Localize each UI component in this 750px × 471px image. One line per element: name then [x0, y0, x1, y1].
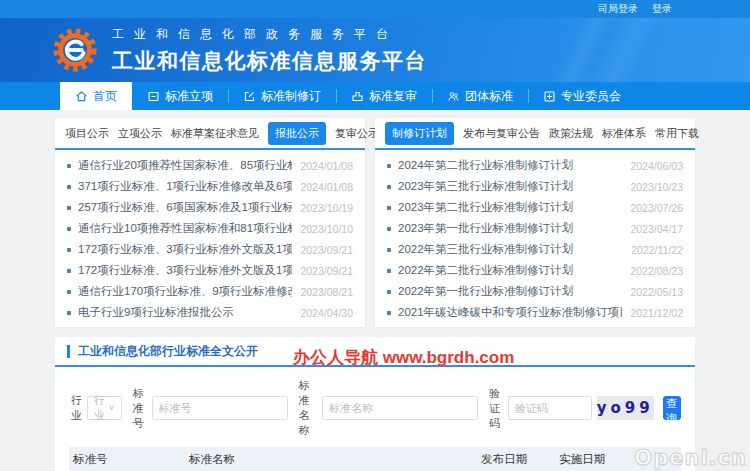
captcha-input[interactable] — [508, 396, 592, 420]
item-title: 2021年碳达峰碳中和专项行业标准制修订项目计划 — [398, 305, 622, 320]
announcement-panels: 项目公示 立项公示 标准草案征求意见 报批公示 复审公示 通信行业20项推荐性国… — [0, 110, 750, 327]
list-item[interactable]: 2021年碳达峰碳中和专项行业标准制修订项目计划2021/12/02 — [387, 302, 683, 323]
tab-review-publicity[interactable]: 复审公示 — [335, 126, 379, 141]
item-title: 2022年第二批行业标准制修订计划 — [398, 263, 622, 278]
topbar: 司局登录 登录 — [0, 0, 750, 18]
captcha-image[interactable]: yo99 — [597, 396, 654, 420]
list-item[interactable]: 通信行业20项推荐性国家标准、85项行业标准和2项...2024/01/08 — [67, 155, 353, 176]
item-date: 2024/06/03 — [630, 160, 683, 172]
item-date: 2024/04/30 — [300, 307, 353, 319]
nav-label: 专业委员会 — [561, 88, 621, 105]
item-title: 2022年第三批行业标准制修订计划 — [398, 242, 623, 257]
item-date: 2023/10/19 — [300, 202, 353, 214]
list-item[interactable]: 172项行业标准、3项行业标准外文版及1项行业标准...2023/09/21 — [67, 239, 353, 260]
stamp-icon — [351, 90, 364, 103]
right-panel-tabs: 制修订计划 发布与复审公告 政策法规 标准体系 常用下载 — [375, 118, 695, 150]
section-title: 工业和信息化部行业标准全文公开 — [78, 343, 258, 360]
list-item[interactable]: 2023年第二批行业标准制修订计划2023/07/26 — [387, 197, 683, 218]
nav-item-review[interactable]: 标准复审 — [336, 82, 432, 110]
document-icon — [147, 90, 160, 103]
accent-bar — [67, 345, 70, 358]
list-item[interactable]: 2022年第三批行业标准制修订计划2022/11/22 — [387, 239, 683, 260]
item-title: 2022年第一批行业标准制修订计划 — [398, 284, 622, 299]
right-panel-list: 2024年第二批行业标准制修订计划2024/06/03 2023年第三批行业标准… — [375, 150, 695, 327]
item-date: 2023/04/17 — [630, 223, 683, 235]
tab-publish-review-notice[interactable]: 发布与复审公告 — [463, 126, 540, 141]
bullet-icon — [387, 185, 391, 189]
col-actions — [637, 447, 681, 471]
main-nav: 首页 标准立项 标准制修订 标准复审 团体标准 专业委员会 — [0, 82, 750, 110]
nav-item-home[interactable]: 首页 — [60, 82, 132, 110]
bullet-icon — [67, 311, 71, 315]
list-item[interactable]: 172项行业标准、3项行业标准外文版及1项行业标准...2023/09/21 — [67, 260, 353, 281]
bullet-icon — [67, 227, 71, 231]
list-item[interactable]: 371项行业标准、1项行业标准修改单及6项行业标准...2024/01/08 — [67, 176, 353, 197]
login-link[interactable]: 登录 — [652, 2, 672, 16]
item-title: 172项行业标准、3项行业标准外文版及1项行业标准... — [78, 242, 292, 257]
dept-login-link[interactable]: 司局登录 — [598, 2, 638, 16]
search-button[interactable]: 查询 — [663, 396, 681, 420]
item-date: 2023/09/21 — [300, 244, 353, 256]
item-date: 2024/01/08 — [300, 181, 353, 193]
item-title: 2024年第二批行业标准制修订计划 — [398, 158, 622, 173]
col-std-name: 标准名称 — [185, 447, 477, 471]
list-item[interactable]: 2022年第二批行业标准制修订计划2022/08/23 — [387, 260, 683, 281]
bullet-icon — [67, 290, 71, 294]
list-item[interactable]: 2023年第三批行业标准制修订计划2023/10/23 — [387, 176, 683, 197]
nav-label: 首页 — [93, 88, 117, 105]
search-form: 行业 行业 ∨ 标准号 标准名称 验证码 yo99 查询 — [55, 367, 695, 447]
nav-label: 标准复审 — [369, 88, 417, 105]
header-subtitle: 工业和信息化部政务服务平台 — [112, 26, 427, 43]
industry-select[interactable]: 行业 ∨ — [87, 396, 122, 420]
chevron-down-icon: ∨ — [108, 404, 115, 412]
tab-downloads[interactable]: 常用下载 — [655, 126, 699, 141]
item-date: 2023/09/21 — [300, 265, 353, 277]
edit-icon — [243, 90, 256, 103]
tab-approval-publicity[interactable]: 立项公示 — [118, 126, 162, 141]
standards-table: 标准号 标准名称 发布日期 实施日期 YD/T 4622-2023 BGPsec… — [69, 447, 681, 471]
tab-project-publicity[interactable]: 项目公示 — [65, 126, 109, 141]
nav-item-project[interactable]: 标准立项 — [132, 82, 228, 110]
tab-standard-system[interactable]: 标准体系 — [602, 126, 646, 141]
nav-label: 标准制修订 — [261, 88, 321, 105]
list-item[interactable]: 通信行业10项推荐性国家标准和81项行业标准报批公...2023/10/10 — [67, 218, 353, 239]
bullet-icon — [387, 248, 391, 252]
list-item[interactable]: 电子行业9项行业标准报批公示2024/04/30 — [67, 302, 353, 323]
bullet-icon — [67, 185, 71, 189]
home-icon — [75, 90, 88, 103]
tab-revision-plan[interactable]: 制修订计划 — [385, 122, 454, 145]
nav-item-committee[interactable]: 专业委员会 — [528, 82, 636, 110]
col-pub-date: 发布日期 — [477, 447, 555, 471]
item-date: 2023/07/26 — [630, 202, 683, 214]
list-item[interactable]: 2024年第二批行业标准制修订计划2024/06/03 — [387, 155, 683, 176]
item-date: 2022/11/22 — [631, 244, 683, 256]
list-item[interactable]: 257项行业标准、6项国家标准及1项行业标准样品报...2023/10/19 — [67, 197, 353, 218]
tab-submission-publicity[interactable]: 报批公示 — [268, 122, 326, 145]
left-panel-list: 通信行业20项推荐性国家标准、85项行业标准和2项...2024/01/08 3… — [55, 150, 365, 327]
industry-select-value: 行业 — [94, 393, 108, 423]
std-name-input[interactable] — [322, 396, 478, 420]
item-title: 172项行业标准、3项行业标准外文版及1项行业标准... — [78, 263, 292, 278]
left-announcement-panel: 项目公示 立项公示 标准草案征求意见 报批公示 复审公示 通信行业20项推荐性国… — [55, 118, 365, 327]
std-no-input[interactable] — [152, 396, 288, 420]
nav-item-group[interactable]: 团体标准 — [432, 82, 528, 110]
bullet-icon — [387, 269, 391, 273]
col-impl-date: 实施日期 — [555, 447, 637, 471]
list-item[interactable]: 通信行业170项行业标准、9项行业标准修改单和25...2023/08/21 — [67, 281, 353, 302]
item-title: 371项行业标准、1项行业标准修改单及6项行业标准... — [78, 179, 292, 194]
bullet-icon — [387, 311, 391, 315]
bullet-icon — [387, 290, 391, 294]
list-item[interactable]: 2023年第一批行业标准制修订计划2023/04/17 — [387, 218, 683, 239]
list-item[interactable]: 2022年第一批行业标准制修订计划2022/05/13 — [387, 281, 683, 302]
tab-draft-comments[interactable]: 标准草案征求意见 — [171, 126, 259, 141]
std-no-label: 标准号 — [133, 386, 147, 431]
nav-item-revision[interactable]: 标准制修订 — [228, 82, 336, 110]
nav-label: 标准立项 — [165, 88, 213, 105]
bullet-icon — [67, 269, 71, 273]
tab-policies[interactable]: 政策法规 — [549, 126, 593, 141]
nav-label: 团体标准 — [465, 88, 513, 105]
item-date: 2022/05/13 — [630, 286, 683, 298]
table-header-row: 标准号 标准名称 发布日期 实施日期 — [69, 447, 681, 471]
right-announcement-panel: 制修订计划 发布与复审公告 政策法规 标准体系 常用下载 2024年第二批行业标… — [375, 118, 695, 327]
item-title: 通信行业20项推荐性国家标准、85项行业标准和2项... — [78, 158, 292, 173]
